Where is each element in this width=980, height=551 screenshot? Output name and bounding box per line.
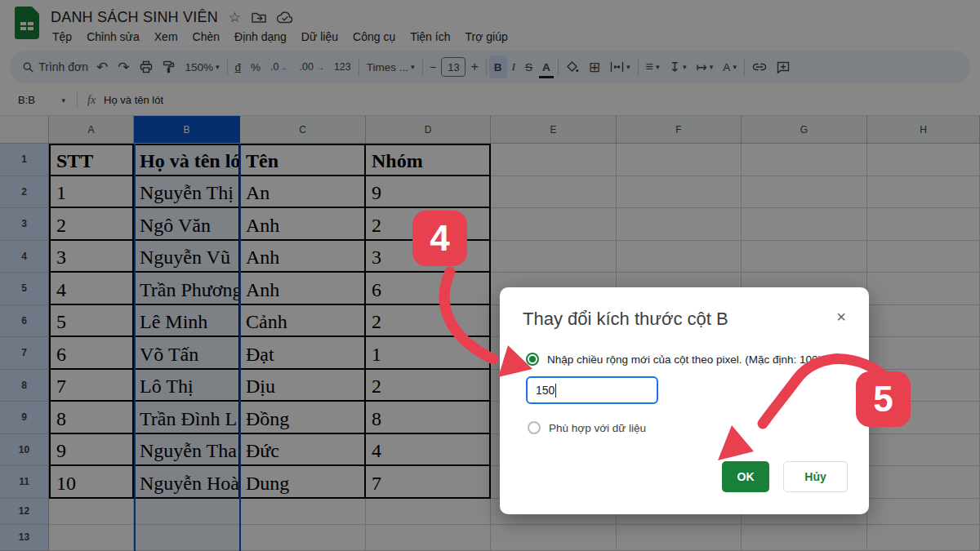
radio-pixel-label: Nhập chiều rộng mới của cột theo pixel. … [547, 353, 822, 366]
step-4-badge: 4 [412, 211, 467, 266]
close-icon[interactable]: × [830, 305, 853, 328]
radio-fit-data[interactable]: Phù hợp với dữ liệu [528, 421, 646, 434]
step-5-badge: 5 [856, 371, 911, 427]
cancel-button[interactable]: Hủy [783, 461, 848, 492]
google-sheets-app: DANH SÁCH SINH VIÊN ☆ TệpChỉnh sửaXemChè… [0, 0, 980, 551]
radio-selected-icon [526, 353, 539, 366]
ok-button[interactable]: OK [722, 461, 769, 492]
radio-pixel-width[interactable]: Nhập chiều rộng mới của cột theo pixel. … [526, 353, 822, 366]
radio-unselected-icon [528, 421, 541, 434]
radio-fit-label: Phù hợp với dữ liệu [549, 422, 646, 434]
column-width-input[interactable]: 150 [526, 376, 658, 404]
text-cursor [555, 384, 556, 398]
resize-column-dialog: Thay đổi kích thước cột B × Nhập chiều r… [500, 287, 869, 514]
dialog-title: Thay đổi kích thước cột B [523, 309, 728, 330]
